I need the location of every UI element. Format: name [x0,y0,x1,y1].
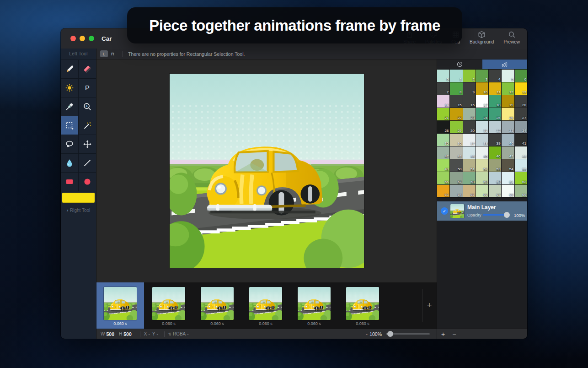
palette-swatch-12[interactable]: 12 [502,82,514,95]
palette-swatch-30[interactable]: 30 [463,121,476,133]
palette-swatch-57[interactable]: 57 [450,172,462,184]
palette-swatch-53[interactable]: 53 [489,159,501,172]
palette-swatch-64[interactable]: 64 [450,185,462,197]
eraser-tool[interactable] [79,60,96,78]
pencil-tool[interactable] [61,60,78,78]
palette-swatch-65[interactable]: 65 [463,185,476,197]
palette-swatch-45[interactable]: 45 [476,146,488,159]
right-button-toggle[interactable]: R [109,50,117,57]
magic-wand-tool[interactable] [79,116,96,135]
zoom-button[interactable] [89,36,94,41]
palette-tab-recent[interactable] [437,60,482,69]
palette-swatch-1[interactable]: 1 [450,70,462,82]
palette-swatch-54[interactable]: 54 [502,159,514,172]
palette-swatch-14[interactable]: 14 [437,95,449,108]
rect-shape-tool[interactable] [61,173,78,191]
palette-swatch-41[interactable]: 41 [515,134,527,146]
palette-swatch-20[interactable]: 20 [515,95,527,108]
ellipse-shape-tool[interactable] [79,173,96,191]
palette-swatch-68[interactable]: 68 [502,185,514,197]
palette-swatch-26[interactable]: 26 [502,108,514,120]
zoom-slider[interactable] [386,331,430,337]
palette-swatch-18[interactable]: 18 [489,95,501,108]
layer-row[interactable]: ✓ Main Layer Opacity 100% [437,201,527,221]
frame-5[interactable]: 0.060 s [290,282,338,329]
palette-swatch-46[interactable]: 46 [489,146,501,159]
pixel-art-canvas[interactable] [170,74,364,268]
palette-swatch-48[interactable]: 48 [515,146,527,159]
palette-swatch-2[interactable]: 2 [463,70,476,82]
palette-swatch-7[interactable]: 7 [437,82,449,95]
palette-swatch-43[interactable]: 43 [450,146,462,159]
palette-swatch-25[interactable]: 25 [489,108,501,120]
palette-swatch-22[interactable]: 22 [450,108,462,120]
minimize-button[interactable] [80,36,85,41]
palette-swatch-32[interactable]: 32 [489,121,501,133]
palette-swatch-28[interactable]: 28 [437,121,449,133]
palette-swatch-21[interactable]: 21 [437,108,449,120]
palette-swatch-15[interactable]: 15 [450,95,462,108]
move-tool[interactable] [79,135,96,153]
remove-layer-button[interactable]: − [452,331,456,337]
palette-swatch-33[interactable]: 33 [502,121,514,133]
palette-swatch-67[interactable]: 67 [489,185,501,197]
palette-swatch-69[interactable]: 69 [515,185,527,197]
palette-swatch-24[interactable]: 24 [476,108,488,120]
frame-6[interactable]: 0.060 s [339,282,386,329]
lasso-tool[interactable] [61,135,78,153]
palette-swatch-61[interactable]: 61 [502,172,514,184]
palette-swatch-58[interactable]: 58 [463,172,476,184]
add-layer-button[interactable]: + [441,331,445,337]
palette-swatch-55[interactable]: 55 [515,159,527,172]
frame-1[interactable]: 0.060 s [96,282,144,329]
palette-swatch-35[interactable]: 35 [437,134,449,146]
palette-tab-colors[interactable] [482,60,528,69]
palette-swatch-50[interactable]: 50 [450,159,462,172]
palette-swatch-27[interactable]: 27 [515,108,527,120]
frame-3[interactable]: 0.060 s [193,282,241,329]
frame-2[interactable]: 0.060 s [145,282,192,329]
canvas-area[interactable] [96,60,437,282]
palette-swatch-40[interactable]: 40 [502,134,514,146]
toolbar-background-button[interactable]: Background [470,31,494,44]
palette-swatch-66[interactable]: 66 [476,185,488,197]
palette-swatch-56[interactable]: 56 [437,172,449,184]
brightness-tool[interactable] [61,79,78,97]
palette-swatch-51[interactable]: 51 [463,159,476,172]
palette-swatch-9[interactable]: 9 [463,82,476,95]
fill-tool[interactable] [61,154,78,172]
palette-swatch-38[interactable]: 38 [476,134,488,146]
palette-swatch-11[interactable]: 11 [489,82,501,95]
layer-visibility-checkbox[interactable]: ✓ [441,207,448,215]
right-tool-disclosure[interactable]: › Right Tool [61,208,96,213]
palette-swatch-63[interactable]: 63 [437,185,449,197]
palette-swatch-62[interactable]: 62 [515,172,527,184]
palette-swatch-23[interactable]: 23 [463,108,476,120]
palette-swatch-29[interactable]: 29 [450,121,462,133]
palette-swatch-44[interactable]: 44 [463,146,476,159]
zoom-level-dropdown[interactable]: 100% [369,331,382,337]
palette-swatch-39[interactable]: 39 [489,134,501,146]
palette-swatch-60[interactable]: 60 [489,172,501,184]
toolbar-preview-button[interactable]: Preview [503,31,520,44]
palette-swatch-3[interactable]: 3 [476,70,488,82]
palette-swatch-10[interactable]: 10 [476,82,488,95]
palette-swatch-13[interactable]: 13 [515,82,527,95]
eyedropper-tool[interactable] [61,97,78,116]
current-color-swatch[interactable] [62,193,95,203]
palette-swatch-0[interactable]: 0 [437,70,449,82]
opacity-slider-knob[interactable] [504,212,510,218]
palette-swatch-4[interactable]: 4 [489,70,501,82]
palette-swatch-16[interactable]: 16 [463,95,476,108]
frame-4[interactable]: 0.060 s [242,282,289,329]
palette-swatch-5[interactable]: 5 [502,70,514,82]
palette-swatch-17[interactable]: 17 [476,95,488,108]
palette-swatch-49[interactable]: 49 [437,159,449,172]
palette-swatch-37[interactable]: 37 [463,134,476,146]
add-frame-button[interactable]: + [423,299,436,312]
zoom-slider-knob[interactable] [387,331,393,337]
text-tool[interactable]: P [79,79,96,97]
palette-swatch-42[interactable]: 42 [437,146,449,159]
line-tool[interactable] [79,154,96,172]
palette-swatch-19[interactable]: 19 [502,95,514,108]
